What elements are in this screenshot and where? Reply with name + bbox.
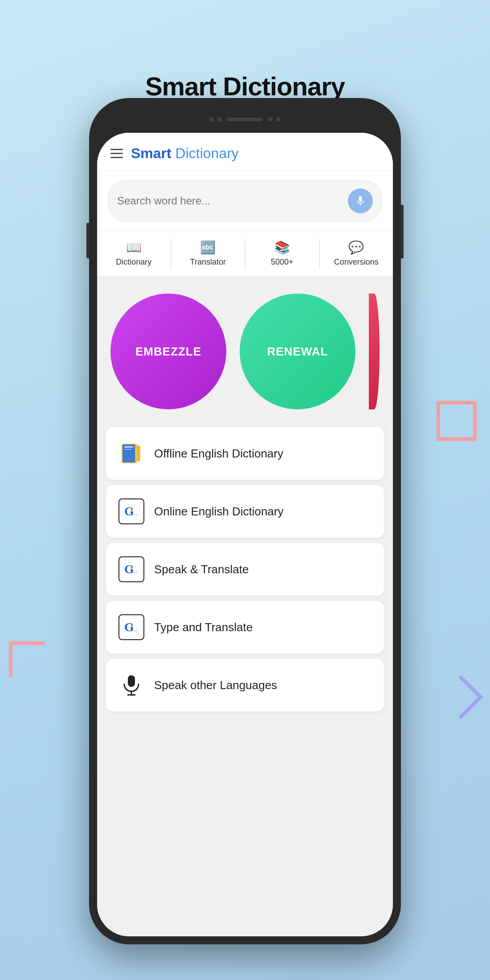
word-bubbles-section: EMBEZZLE RENEWAL [97,276,393,427]
svg-rect-16 [128,675,135,687]
tab-5000-label: 5000+ [271,257,294,267]
mic-button[interactable] [348,188,373,213]
app-header: Smart Dictionary [97,133,393,171]
word-bubble-renewal[interactable]: RENEWAL [240,294,355,409]
conversions-icon: 💬 [348,240,364,255]
menu-item-type-translate[interactable]: G t → Type and Translate [106,601,384,653]
translate-g-icon-2: G t → [123,561,140,578]
menu-list: Offline English Dictionary G t → Online … [97,427,393,711]
tab-translator-label: Translator [190,257,226,267]
phone-camera-dot [268,117,273,122]
phone-volume-button [86,223,89,258]
nav-tabs: 📖 Dictionary 🔤 Translator 📚 5000+ [97,231,393,276]
mic-icon-item [120,674,143,697]
phone-screen: Smart Dictionary [97,133,393,936]
app-title: Smart Dictionary [131,145,239,162]
offline-dict-icon [118,441,144,466]
svg-text:→: → [133,511,138,518]
mic-icon [355,195,366,207]
type-translate-icon: G t → [118,614,144,640]
hamburger-menu-button[interactable] [110,149,123,158]
translator-icon: 🔤 [200,240,216,255]
phone-camera-dot [276,117,281,122]
tab-5000[interactable]: 📚 5000+ [245,236,319,271]
phone-camera-dot [209,117,214,122]
tab-conversions[interactable]: 💬 Conversions [320,236,393,271]
svg-text:→: → [133,569,138,576]
phone-camera-dot [217,117,222,122]
deco-square-bottom-left [9,641,45,677]
bubble-renewal-label: RENEWAL [267,345,328,359]
tab-dictionary-label: Dictionary [116,257,151,267]
app-title-bold: Smart [131,145,172,161]
speak-translate-icon: G t → [118,556,144,582]
svg-text:→: → [133,627,138,633]
speak-languages-label: Speak other Languages [154,678,277,692]
app-content: Smart Dictionary [97,133,393,936]
phone-cameras [209,117,222,122]
5000-icon: 📚 [274,240,290,255]
type-translate-label: Type and Translate [154,621,253,634]
svg-rect-3 [124,446,133,448]
book-icon [120,442,143,465]
phone-speaker [227,118,263,121]
svg-rect-6 [137,446,139,461]
search-bar[interactable] [108,180,382,222]
tab-translator[interactable]: 🔤 Translator [172,236,245,271]
online-dict-icon: G t → [118,498,144,524]
speak-languages-icon [118,672,144,698]
phone-power-button [401,205,404,258]
phone-top-bar [97,106,393,133]
deco-square-top-right [437,401,477,441]
tab-dictionary[interactable]: 📖 Dictionary [97,236,171,271]
phone-cameras-right [268,117,281,122]
hamburger-line [110,153,123,154]
deco-chevron-bottom-right [439,675,483,719]
phone-device: Smart Dictionary [89,98,401,944]
hamburger-line [110,157,123,158]
translate-g-icon: G t → [123,503,140,520]
search-input[interactable] [117,195,348,207]
svg-rect-4 [124,449,131,450]
offline-dict-label: Offline English Dictionary [154,447,283,461]
bubble-embezzle-label: EMBEZZLE [135,345,201,359]
word-bubble-partial-red [369,294,380,409]
hamburger-line [110,149,123,150]
menu-item-offline-dict[interactable]: Offline English Dictionary [106,427,384,480]
search-container [97,171,393,231]
menu-item-speak-translate[interactable]: G t → Speak & Translate [106,543,384,596]
dictionary-icon: 📖 [126,240,142,255]
menu-item-online-dict[interactable]: G t → Online English Dictionary [106,485,384,538]
word-bubble-embezzle[interactable]: EMBEZZLE [110,294,226,409]
online-dict-label: Online English Dictionary [154,505,283,519]
app-title-light: Dictionary [172,145,239,161]
translate-g-icon-3: G t → [123,619,140,636]
speak-translate-label: Speak & Translate [154,563,249,576]
menu-item-speak-languages[interactable]: Speak other Languages [106,659,384,711]
tab-conversions-label: Conversions [334,257,379,267]
phone-outer: Smart Dictionary [89,98,401,944]
